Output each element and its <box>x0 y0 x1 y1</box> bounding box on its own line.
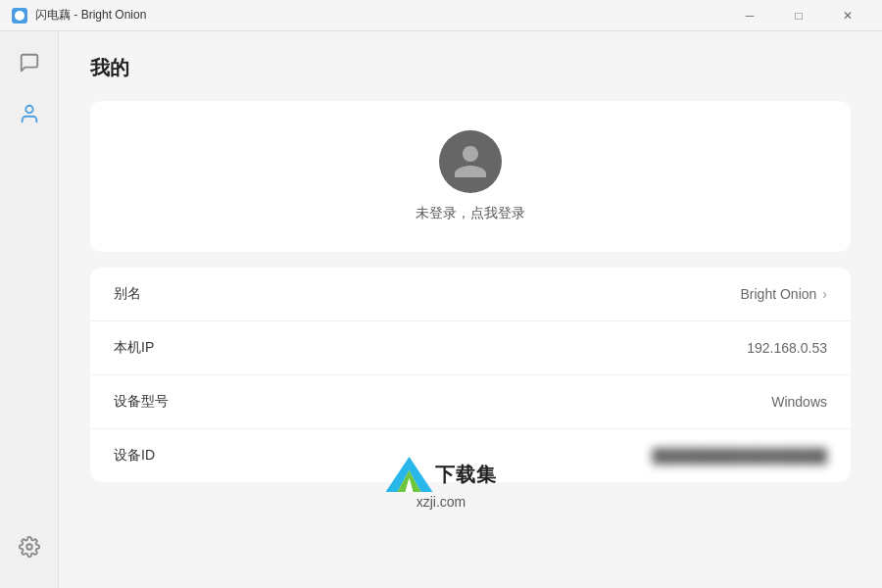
title-bar: 闪电藕 - Bright Onion ─ □ ✕ <box>0 0 882 31</box>
window-controls: ─ □ ✕ <box>727 0 870 31</box>
maximize-button[interactable]: □ <box>776 0 821 31</box>
chevron-right-icon: › <box>822 286 827 302</box>
device-type-label: 设备型号 <box>114 393 192 411</box>
ip-value: 192.168.0.53 <box>192 340 827 356</box>
sidebar <box>0 31 59 588</box>
alias-label: 别名 <box>114 285 192 303</box>
login-prompt: 未登录，点我登录 <box>416 205 525 222</box>
main-panel: 我的 未登录，点我登录 别名 Bright Onion › 本机IP <box>59 31 882 588</box>
svg-point-0 <box>15 11 24 21</box>
profile-card[interactable]: 未登录，点我登录 <box>90 101 851 252</box>
svg-point-2 <box>26 544 32 550</box>
sidebar-item-settings[interactable] <box>8 525 51 568</box>
app-icon <box>12 8 27 24</box>
device-id-label: 设备ID <box>114 447 192 465</box>
info-card: 别名 Bright Onion › 本机IP 192.168.0.53 设备型号… <box>90 268 851 482</box>
minimize-button[interactable]: ─ <box>727 0 772 31</box>
device-type-value: Windows <box>192 394 827 410</box>
info-row-alias[interactable]: 别名 Bright Onion › <box>90 268 851 321</box>
app-body: 我的 未登录，点我登录 别名 Bright Onion › 本机IP <box>0 31 882 588</box>
device-id-value: ██████████████████ <box>192 448 827 464</box>
title-bar-text: 闪电藕 - Bright Onion <box>35 7 727 24</box>
sidebar-item-messages[interactable] <box>8 41 51 84</box>
alias-value: Bright Onion › <box>192 286 827 302</box>
info-row-device-type[interactable]: 设备型号 Windows <box>90 375 851 429</box>
avatar <box>439 130 502 193</box>
info-row-device-id[interactable]: 设备ID ██████████████████ <box>90 429 851 482</box>
ip-label: 本机IP <box>114 339 192 357</box>
svg-point-1 <box>25 106 32 113</box>
close-button[interactable]: ✕ <box>825 0 870 31</box>
page-title: 我的 <box>90 55 851 81</box>
info-row-ip[interactable]: 本机IP 192.168.0.53 <box>90 321 851 375</box>
sidebar-item-profile[interactable] <box>8 92 51 135</box>
